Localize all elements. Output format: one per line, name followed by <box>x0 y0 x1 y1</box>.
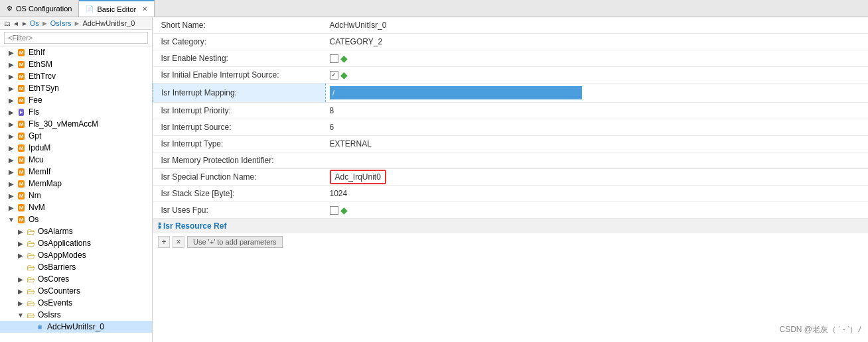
add-param-button[interactable]: Use '+' to add parameters <box>187 236 283 248</box>
label-ethtrcv: EthTrcv <box>29 72 56 81</box>
add-remove-bar: + × Use '+' to add parameters <box>153 233 868 251</box>
tree-item-fls30[interactable]: ▶ M Fls_30_vMemAccM <box>0 118 152 130</box>
breadcrumb-current: AdcHwUnitIsr_0 <box>82 19 135 27</box>
row-short-name: Short Name: AdcHwUnitIsr_0 <box>153 17 869 34</box>
breadcrumb-osisrs[interactable]: OsIsrs <box>50 19 72 27</box>
label-gpt: Gpt <box>29 131 41 141</box>
label-osalarms: OsAlarms <box>38 227 73 236</box>
module-icon-ipdum: M <box>16 143 27 152</box>
toggle-memif: ▶ <box>7 168 16 176</box>
toggle-os: ▼ <box>7 216 16 223</box>
value-isr-special[interactable]: Adc_IrqUnit0 <box>326 169 869 186</box>
folder-icon-osevents: 🗁 <box>25 298 36 308</box>
breadcrumb-home-icon: 🗂 <box>4 20 11 27</box>
breadcrumb: 🗂 ◄ ► Os ► OsIsrs ► AdcHwUnitIsr_0 <box>0 17 152 30</box>
module-icon-ethlf: M <box>16 48 27 57</box>
toggle-fee: ▶ <box>7 97 16 104</box>
bullet-fpu: ◆ <box>340 205 348 215</box>
label-isr-enable-nesting: Isr Enable Nesting: <box>153 50 326 67</box>
tab-os-config[interactable]: ⚙ OS Configuration <box>0 0 79 17</box>
filter-input[interactable] <box>4 32 148 44</box>
remove-icon: × <box>176 237 181 247</box>
tree-item-ethsm[interactable]: ▶ M EthSM <box>0 58 152 70</box>
toggle-ethlf: ▶ <box>7 49 16 56</box>
text-short-name: AdcHwUnitIsr_0 <box>330 21 387 30</box>
tab-bar: ⚙ OS Configuration 📄 Basic Editor ✕ <box>0 0 868 17</box>
tree-item-nvm[interactable]: ▶ M NvM <box>0 201 152 213</box>
breadcrumb-sep2: ► <box>74 19 81 27</box>
label-osappmodes: OsAppModes <box>38 251 86 260</box>
value-isr-category: CATEGORY_2 <box>326 34 869 50</box>
tree-item-adchwunitisr0[interactable]: ▶ ■ AdcHwUnitIsr_0 <box>0 321 152 333</box>
tree-item-oscounters[interactable]: ▶ 🗁 OsCounters <box>0 285 152 297</box>
checkbox-initial[interactable]: ✓ <box>330 71 338 80</box>
module-icon-os: M <box>16 215 27 224</box>
tree-item-ethlf[interactable]: ▶ M EthIf <box>0 46 152 58</box>
folder-icon-osappmodes: 🗁 <box>25 251 36 260</box>
value-isr-initial-enable[interactable]: ✓ ◆ <box>326 67 869 84</box>
row-isr-interrupt-mapping: Isr Interrupt Mapping: / <box>153 84 869 103</box>
row-isr-special: Isr Special Function Name: Adc_IrqUnit0 <box>153 169 869 186</box>
value-isr-interrupt-mapping[interactable]: / <box>326 84 869 103</box>
tree-item-osbarriers[interactable]: ▶ 🗁 OsBarriers <box>0 261 152 273</box>
tab-basic-editor[interactable]: 📄 Basic Editor ✕ <box>79 0 155 17</box>
tree-item-osevents[interactable]: ▶ 🗁 OsEvents <box>0 297 152 309</box>
value-isr-fpu[interactable]: ◆ <box>326 202 869 219</box>
tab-basic-editor-label: Basic Editor <box>97 5 136 13</box>
tree-item-osapplications[interactable]: ▶ 🗁 OsApplications <box>0 237 152 249</box>
tree-item-ipdum[interactable]: ▶ M IpduM <box>0 142 152 154</box>
tree-item-osappmodes[interactable]: ▶ 🗁 OsAppModes <box>0 249 152 261</box>
text-isr-stack: 1024 <box>330 189 348 198</box>
folder-icon-osalarms: 🗁 <box>25 227 36 236</box>
tree-item-fee[interactable]: ▶ M Fee <box>0 94 152 106</box>
tab-close-icon[interactable]: ✕ <box>142 5 147 13</box>
tree-item-mcu[interactable]: ▶ M Mcu <box>0 154 152 166</box>
folder-icon-osisrs: 🗁 <box>25 310 36 319</box>
tree-item-oscores[interactable]: ▶ 🗁 OsCores <box>0 273 152 285</box>
folder-icon-osapplications: 🗁 <box>25 239 36 248</box>
label-nvm: NvM <box>29 203 45 212</box>
breadcrumb-sep1: ► <box>41 19 48 27</box>
tree-item-memif[interactable]: ▶ M MemIf <box>0 166 152 178</box>
tree-item-gpt[interactable]: ▶ M Gpt <box>0 130 152 142</box>
section-isr-resource-ref: ⁑ Isr Resource Ref <box>153 219 868 233</box>
tab-os-config-label: OS Configuration <box>16 5 72 13</box>
text-isr-source: 6 <box>330 123 334 132</box>
module-icon-gpt: M <box>16 131 27 141</box>
toggle-ethsm: ▶ <box>7 61 16 68</box>
text-mapping: / <box>332 89 334 97</box>
checkbox-fpu[interactable] <box>330 206 338 215</box>
blue-bar-mapping[interactable]: / <box>330 86 582 99</box>
tree-item-osisrs[interactable]: ▼ 🗁 OsIsrs <box>0 309 152 321</box>
remove-button[interactable]: × <box>173 236 184 248</box>
row-isr-initial-enable: Isr Initial Enable Interrupt Source: ✓ ◆ <box>153 67 869 84</box>
label-fls30: Fls_30_vMemAccM <box>29 119 98 129</box>
tree-item-nm[interactable]: ▶ M Nm <box>0 190 152 201</box>
label-fee: Fee <box>29 95 42 105</box>
toggle-oscounters: ▶ <box>16 288 25 295</box>
toggle-ethtrcv: ▶ <box>7 73 16 80</box>
toggle-osevents: ▶ <box>16 300 25 307</box>
add-button[interactable]: + <box>158 236 170 248</box>
label-isr-mem-prot: Isr Memory Protection Identifier: <box>153 152 326 169</box>
checkbox-nesting[interactable] <box>330 54 338 63</box>
toggle-ethtsyn: ▶ <box>7 85 16 92</box>
tree-container[interactable]: ▶ M EthIf ▶ M EthSM ▶ M EthTrcv ▶ M EthT… <box>0 46 152 342</box>
checkbox-cell-nesting: ◆ <box>330 54 865 63</box>
toggle-oscores: ▶ <box>16 276 25 283</box>
tree-item-fls[interactable]: ▶ F Fls <box>0 106 152 118</box>
tree-item-os[interactable]: ▼ M Os <box>0 213 152 225</box>
value-short-name: AdcHwUnitIsr_0 <box>326 17 869 34</box>
add-param-label: Use '+' to add parameters <box>193 238 277 246</box>
left-panel: 🗂 ◄ ► Os ► OsIsrs ► AdcHwUnitIsr_0 ▶ M E… <box>0 17 153 342</box>
label-isr-initial-enable: Isr Initial Enable Interrupt Source: <box>153 67 326 84</box>
right-panel: Short Name: AdcHwUnitIsr_0 Isr Category:… <box>153 17 868 342</box>
value-isr-source: 6 <box>326 119 869 136</box>
tree-item-ethtsyn[interactable]: ▶ M EthTSyn <box>0 82 152 94</box>
tree-item-ethtrcv[interactable]: ▶ M EthTrcv <box>0 70 152 82</box>
breadcrumb-os[interactable]: Os <box>30 19 39 27</box>
tree-item-memmap[interactable]: ▶ M MemMap <box>0 178 152 190</box>
value-isr-enable-nesting[interactable]: ◆ <box>326 50 869 67</box>
toggle-fls30: ▶ <box>7 121 16 128</box>
tree-item-osalarms[interactable]: ▶ 🗁 OsAlarms <box>0 225 152 237</box>
